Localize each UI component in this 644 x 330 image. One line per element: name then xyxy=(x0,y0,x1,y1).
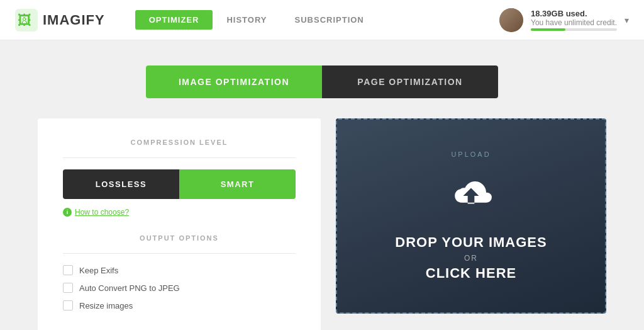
tab-switcher: IMAGE OPTIMIZATION PAGE OPTIMIZATION xyxy=(146,65,498,98)
left-panel: COMPRESSION LEVEL LOSSLESS SMART i How t… xyxy=(38,118,321,330)
checkbox-keep-exifs: Keep Exifs xyxy=(63,265,296,275)
checkbox-resize-images: Resize images xyxy=(63,300,296,310)
info-icon: i xyxy=(63,208,72,217)
click-here-text: CLICK HERE xyxy=(426,265,516,282)
avatar xyxy=(499,8,523,32)
output-label: OUTPUT OPTIONS xyxy=(63,234,296,242)
cloud-upload-icon xyxy=(446,176,496,219)
tab-page-optimization[interactable]: PAGE OPTIMIZATION xyxy=(322,65,498,98)
lossless-button[interactable]: LOSSLESS xyxy=(63,169,179,199)
smart-button[interactable]: SMART xyxy=(179,169,296,199)
checkbox-keep-exifs-label: Keep Exifs xyxy=(79,266,118,275)
chevron-down-icon[interactable]: ▾ xyxy=(625,15,629,25)
compression-label: COMPRESSION LEVEL xyxy=(63,139,296,146)
usage-bar xyxy=(531,28,617,31)
user-info: 18.39GB used. You have unlimited credit. xyxy=(531,9,617,31)
logo: 🖼 IMAGIFY xyxy=(15,9,105,31)
nav-tab-subscription[interactable]: SUBSCRIPTION xyxy=(281,10,378,30)
nav-tab-history[interactable]: HISTORY xyxy=(213,10,280,30)
checkbox-keep-exifs-input[interactable] xyxy=(63,265,73,275)
compression-buttons: LOSSLESS SMART xyxy=(63,169,296,199)
header: 🖼 IMAGIFY OPTIMIZER HISTORY SUBSCRIPTION… xyxy=(0,0,644,40)
tab-image-optimization[interactable]: IMAGE OPTIMIZATION xyxy=(146,65,322,98)
checkbox-resize-images-input[interactable] xyxy=(63,300,73,310)
nav-tab-optimizer[interactable]: OPTIMIZER xyxy=(135,10,213,30)
panels-row: COMPRESSION LEVEL LOSSLESS SMART i How t… xyxy=(38,118,606,330)
upload-panel[interactable]: UPLOAD DROP YOUR IMAGES OR CLICK HERE xyxy=(336,118,606,314)
or-text: OR xyxy=(464,254,478,263)
divider-compression xyxy=(63,157,296,158)
header-right: 18.39GB used. You have unlimited credit.… xyxy=(499,8,629,32)
usage-bar-fill xyxy=(531,28,565,31)
upload-label-area: UPLOAD xyxy=(443,151,498,158)
upload-label-text: UPLOAD xyxy=(451,151,491,158)
logo-text: IMAGIFY xyxy=(43,12,105,28)
divider-output xyxy=(63,253,296,254)
avatar-image xyxy=(499,8,523,32)
checkbox-auto-convert-input[interactable] xyxy=(63,283,73,293)
main-content: IMAGE OPTIMIZATION PAGE OPTIMIZATION COM… xyxy=(0,40,644,330)
cloud-svg xyxy=(446,176,496,216)
nav-tabs: OPTIMIZER HISTORY SUBSCRIPTION xyxy=(135,10,378,30)
checkbox-resize-images-label: Resize images xyxy=(79,301,133,310)
usage-text: 18.39GB used. xyxy=(531,9,617,18)
credit-text: You have unlimited credit. xyxy=(531,18,617,27)
how-to-choose-text: How to choose? xyxy=(75,208,129,217)
how-to-choose-link[interactable]: i How to choose? xyxy=(63,208,296,217)
svg-text:🖼: 🖼 xyxy=(18,13,31,28)
checkbox-auto-convert: Auto Convert PNG to JPEG xyxy=(63,283,296,293)
logo-icon: 🖼 xyxy=(15,9,38,31)
checkbox-auto-convert-label: Auto Convert PNG to JPEG xyxy=(79,283,180,293)
drop-text: DROP YOUR IMAGES xyxy=(395,234,547,252)
